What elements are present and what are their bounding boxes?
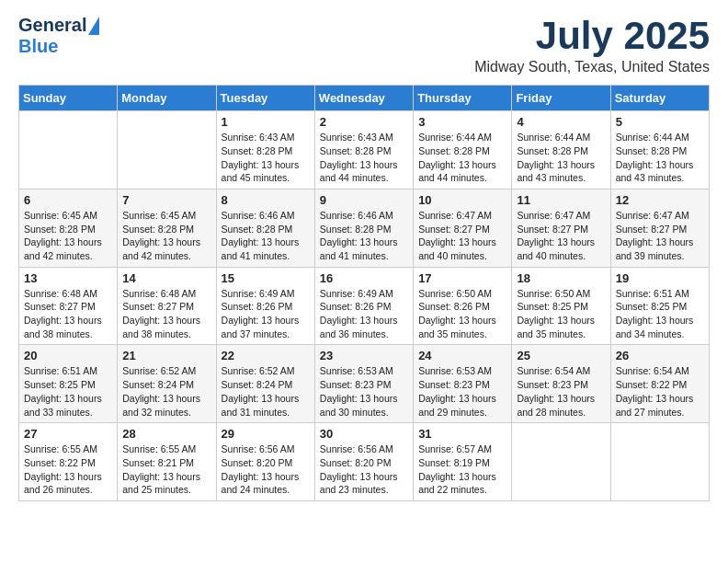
day-info: Sunrise: 6:45 AMSunset: 8:28 PMDaylight:…	[24, 209, 112, 263]
calendar-cell: 17Sunrise: 6:50 AMSunset: 8:26 PMDayligh…	[414, 267, 512, 345]
calendar-table: SundayMondayTuesdayWednesdayThursdayFrid…	[18, 85, 710, 501]
col-header-tuesday: Tuesday	[216, 86, 314, 111]
day-number: 6	[24, 193, 112, 207]
day-number: 5	[616, 115, 704, 129]
calendar-cell: 30Sunrise: 6:56 AMSunset: 8:20 PMDayligh…	[314, 423, 413, 501]
calendar-cell: 3Sunrise: 6:44 AMSunset: 8:28 PMDaylight…	[414, 111, 512, 190]
day-number: 29	[222, 427, 310, 441]
logo-general: General	[18, 15, 86, 36]
day-number: 30	[320, 427, 408, 441]
calendar-cell: 18Sunrise: 6:50 AMSunset: 8:25 PMDayligh…	[512, 267, 610, 345]
calendar-cell: 22Sunrise: 6:52 AMSunset: 8:24 PMDayligh…	[216, 345, 314, 423]
day-number: 31	[418, 427, 506, 441]
day-info: Sunrise: 6:44 AMSunset: 8:28 PMDaylight:…	[418, 131, 506, 185]
day-info: Sunrise: 6:56 AMSunset: 8:20 PMDaylight:…	[222, 442, 310, 497]
calendar-cell: 16Sunrise: 6:49 AMSunset: 8:26 PMDayligh…	[314, 267, 413, 345]
day-info: Sunrise: 6:54 AMSunset: 8:22 PMDaylight:…	[616, 364, 704, 419]
calendar-cell: 28Sunrise: 6:55 AMSunset: 8:21 PMDayligh…	[118, 423, 216, 501]
col-header-sunday: Sunday	[19, 86, 118, 111]
day-number: 10	[418, 193, 506, 207]
calendar-cell: 13Sunrise: 6:48 AMSunset: 8:27 PMDayligh…	[19, 267, 118, 345]
day-number: 21	[122, 349, 210, 362]
calendar-cell: 2Sunrise: 6:43 AMSunset: 8:28 PMDaylight…	[314, 111, 413, 190]
col-header-friday: Friday	[512, 86, 610, 111]
calendar-cell	[610, 423, 709, 501]
day-number: 11	[517, 193, 605, 207]
day-info: Sunrise: 6:46 AMSunset: 8:28 PMDaylight:…	[222, 209, 310, 263]
day-info: Sunrise: 6:47 AMSunset: 8:27 PMDaylight:…	[418, 209, 506, 263]
logo: General Blue	[18, 15, 99, 57]
day-info: Sunrise: 6:46 AMSunset: 8:28 PMDaylight:…	[320, 209, 408, 263]
calendar-cell: 12Sunrise: 6:47 AMSunset: 8:27 PMDayligh…	[610, 189, 709, 267]
col-header-wednesday: Wednesday	[314, 86, 413, 111]
calendar-week-4: 20Sunrise: 6:51 AMSunset: 8:25 PMDayligh…	[19, 345, 710, 423]
col-header-saturday: Saturday	[610, 86, 709, 111]
day-info: Sunrise: 6:48 AMSunset: 8:27 PMDaylight:…	[122, 287, 210, 341]
calendar-cell: 4Sunrise: 6:44 AMSunset: 8:28 PMDaylight…	[512, 111, 610, 190]
calendar-cell: 14Sunrise: 6:48 AMSunset: 8:27 PMDayligh…	[118, 267, 216, 345]
header: General Blue July 2025 Midway South, Tex…	[18, 15, 710, 75]
day-number: 25	[517, 349, 605, 362]
day-info: Sunrise: 6:47 AMSunset: 8:27 PMDaylight:…	[517, 209, 605, 263]
calendar-cell: 20Sunrise: 6:51 AMSunset: 8:25 PMDayligh…	[19, 345, 118, 423]
day-number: 17	[418, 271, 506, 285]
calendar-cell: 24Sunrise: 6:53 AMSunset: 8:23 PMDayligh…	[414, 345, 512, 423]
calendar-week-2: 6Sunrise: 6:45 AMSunset: 8:28 PMDaylight…	[19, 189, 710, 267]
title-area: July 2025 Midway South, Texas, United St…	[474, 15, 710, 75]
day-info: Sunrise: 6:45 AMSunset: 8:28 PMDaylight:…	[122, 209, 210, 263]
calendar-cell: 19Sunrise: 6:51 AMSunset: 8:25 PMDayligh…	[610, 267, 709, 345]
day-number: 9	[320, 193, 408, 207]
day-number: 3	[418, 115, 506, 129]
calendar-cell	[118, 111, 216, 190]
day-info: Sunrise: 6:54 AMSunset: 8:23 PMDaylight:…	[517, 364, 605, 419]
calendar-week-3: 13Sunrise: 6:48 AMSunset: 8:27 PMDayligh…	[19, 267, 710, 345]
col-header-monday: Monday	[118, 86, 216, 111]
day-info: Sunrise: 6:51 AMSunset: 8:25 PMDaylight:…	[24, 364, 112, 419]
calendar-cell: 26Sunrise: 6:54 AMSunset: 8:22 PMDayligh…	[610, 345, 709, 423]
calendar-cell: 6Sunrise: 6:45 AMSunset: 8:28 PMDaylight…	[19, 189, 118, 267]
calendar-cell: 27Sunrise: 6:55 AMSunset: 8:22 PMDayligh…	[19, 423, 118, 501]
day-info: Sunrise: 6:52 AMSunset: 8:24 PMDaylight:…	[222, 364, 310, 419]
calendar-cell: 7Sunrise: 6:45 AMSunset: 8:28 PMDaylight…	[118, 189, 216, 267]
page-subtitle: Midway South, Texas, United States	[474, 59, 710, 75]
logo-blue: Blue	[18, 36, 58, 57]
day-info: Sunrise: 6:57 AMSunset: 8:19 PMDaylight:…	[418, 442, 506, 497]
day-number: 14	[122, 271, 210, 285]
day-number: 19	[616, 271, 704, 285]
day-number: 15	[222, 271, 310, 285]
calendar-cell: 1Sunrise: 6:43 AMSunset: 8:28 PMDaylight…	[216, 111, 314, 190]
col-header-thursday: Thursday	[414, 86, 512, 111]
logo-triangle-icon	[88, 17, 99, 35]
day-info: Sunrise: 6:47 AMSunset: 8:27 PMDaylight:…	[616, 209, 704, 263]
calendar-week-1: 1Sunrise: 6:43 AMSunset: 8:28 PMDaylight…	[19, 111, 710, 190]
calendar-cell	[19, 111, 118, 190]
day-number: 24	[418, 349, 506, 362]
calendar-cell: 23Sunrise: 6:53 AMSunset: 8:23 PMDayligh…	[314, 345, 413, 423]
day-info: Sunrise: 6:56 AMSunset: 8:20 PMDaylight:…	[320, 442, 408, 497]
calendar-cell: 21Sunrise: 6:52 AMSunset: 8:24 PMDayligh…	[118, 345, 216, 423]
day-info: Sunrise: 6:51 AMSunset: 8:25 PMDaylight:…	[616, 287, 704, 341]
day-info: Sunrise: 6:44 AMSunset: 8:28 PMDaylight:…	[517, 131, 605, 185]
day-info: Sunrise: 6:55 AMSunset: 8:21 PMDaylight:…	[122, 442, 210, 497]
day-number: 13	[24, 271, 112, 285]
day-number: 4	[517, 115, 605, 129]
calendar-cell: 31Sunrise: 6:57 AMSunset: 8:19 PMDayligh…	[414, 423, 512, 501]
day-number: 8	[222, 193, 310, 207]
day-number: 2	[320, 115, 408, 129]
day-number: 1	[222, 115, 310, 129]
calendar-cell: 29Sunrise: 6:56 AMSunset: 8:20 PMDayligh…	[216, 423, 314, 501]
day-info: Sunrise: 6:44 AMSunset: 8:28 PMDaylight:…	[616, 131, 704, 185]
day-info: Sunrise: 6:49 AMSunset: 8:26 PMDaylight:…	[222, 287, 310, 341]
day-info: Sunrise: 6:53 AMSunset: 8:23 PMDaylight:…	[320, 364, 408, 419]
calendar-cell: 5Sunrise: 6:44 AMSunset: 8:28 PMDaylight…	[610, 111, 709, 190]
day-number: 7	[122, 193, 210, 207]
day-info: Sunrise: 6:50 AMSunset: 8:26 PMDaylight:…	[418, 287, 506, 341]
calendar-cell: 9Sunrise: 6:46 AMSunset: 8:28 PMDaylight…	[314, 189, 413, 267]
calendar-cell: 10Sunrise: 6:47 AMSunset: 8:27 PMDayligh…	[414, 189, 512, 267]
calendar-week-5: 27Sunrise: 6:55 AMSunset: 8:22 PMDayligh…	[19, 423, 710, 501]
calendar-cell: 15Sunrise: 6:49 AMSunset: 8:26 PMDayligh…	[216, 267, 314, 345]
day-number: 23	[320, 349, 408, 362]
calendar-cell: 8Sunrise: 6:46 AMSunset: 8:28 PMDaylight…	[216, 189, 314, 267]
day-info: Sunrise: 6:43 AMSunset: 8:28 PMDaylight:…	[320, 131, 408, 185]
day-info: Sunrise: 6:43 AMSunset: 8:28 PMDaylight:…	[222, 131, 310, 185]
